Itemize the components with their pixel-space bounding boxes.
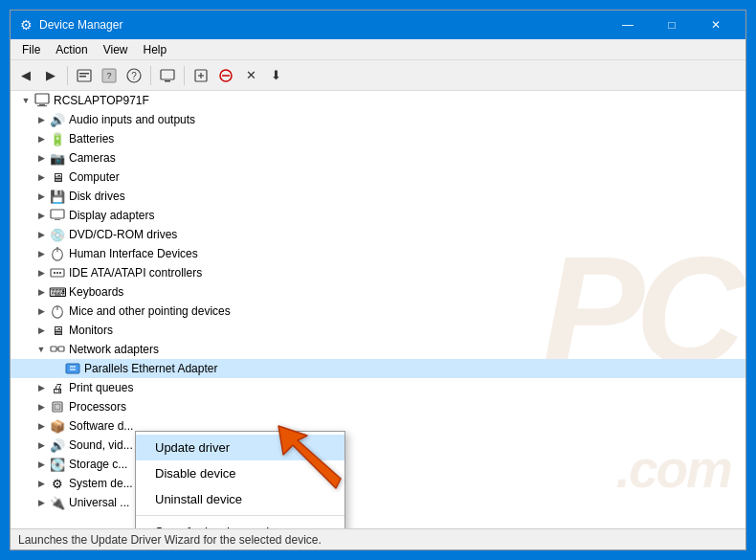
svg-rect-17 [51,210,64,218]
parallels-icon [64,360,81,377]
ctx-sep-1 [136,515,345,516]
hid-expand: ▶ [33,244,49,263]
computer-expand: ▶ [33,168,49,187]
batteries-icon: 🔋 [49,130,66,147]
menu-help[interactable]: Help [136,41,175,58]
forward-button[interactable]: ▶ [39,64,62,87]
svg-text:?: ? [131,71,137,81]
svg-rect-2 [79,76,86,78]
network-label: Network adapters [69,343,159,356]
tree-item-dvd[interactable]: ▶ 💿 DVD/CD-ROM drives [11,225,745,244]
tree-item-mice[interactable]: ▶ Mice and other pointing devices [11,302,745,321]
ctx-scan-hardware[interactable]: Scan for hardware changes [136,519,345,528]
svg-rect-1 [79,73,89,75]
display-icon [49,207,66,224]
uninstall-button[interactable]: ✕ [239,64,262,87]
toolbar-sep-1 [67,66,68,85]
software-icon: 📦 [49,417,66,435]
monitors-label: Monitors [69,324,113,337]
ide-expand: ▶ [33,263,49,282]
help-button[interactable]: ? [122,64,145,87]
root-label: RCSLAPTOP971F [54,94,149,107]
network-expand: ▼ [33,340,49,359]
monitors-icon: 🖥 [49,322,66,339]
mice-icon [49,302,66,320]
ctx-update-driver[interactable]: Update driver [136,435,345,460]
content-area: PC .com ▼ RCSLAPTOP971F ▶ 🔊 Audio inputs… [11,91,745,528]
window-controls: — □ ✕ [606,11,738,39]
tree-item-print[interactable]: ▶ 🖨 Print queues [11,378,745,397]
tree-item-batteries[interactable]: ▶ 🔋 Batteries [11,129,745,148]
system-label: System de... [69,477,133,490]
display-label: Display adapters [69,209,154,222]
download-button[interactable]: ⬇ [264,64,287,87]
tree-item-system[interactable]: ▶ ⚙ System de... [11,474,745,493]
root-expand-icon: ▼ [18,91,33,110]
svg-rect-29 [58,347,64,351]
window-title: Device Manager [39,18,606,32]
svg-text:?: ? [106,71,111,80]
device-manager-window: ⚙ Device Manager — □ ✕ File Action View … [10,10,746,550]
tree-item-processors[interactable]: ▶ Processors [11,397,745,416]
ctx-disable-device[interactable]: Disable device [136,460,345,486]
audio-icon: 🔊 [49,111,66,128]
tree-item-storage[interactable]: ▶ 💽 Storage c... [11,455,745,474]
tree-root[interactable]: ▼ RCSLAPTOP971F [11,91,745,110]
app-icon: ⚙ [18,17,33,33]
dvd-label: DVD/CD-ROM drives [69,228,177,241]
monitors-expand: ▶ [33,321,49,340]
sound-label: Sound, vid... [69,438,133,452]
tree-item-cameras[interactable]: ▶ 📷 Cameras [11,148,745,168]
software-label: Software d... [69,419,133,433]
tree-item-computer[interactable]: ▶ 🖥 Computer [11,168,745,187]
cameras-label: Cameras [69,151,116,165]
tree-item-ide[interactable]: ▶ IDE ATA/ATAPI controllers [11,263,745,282]
show-properties-button[interactable] [73,64,96,87]
root-computer-icon [33,92,51,109]
display-settings-button[interactable] [156,64,179,87]
tree-item-sound[interactable]: ▶ 🔊 Sound, vid... [11,436,745,455]
mice-label: Mice and other pointing devices [69,304,231,318]
svg-rect-25 [59,272,61,274]
audio-expand: ▶ [33,110,49,129]
toolbar-sep-3 [184,66,185,85]
toolbar-sep-2 [150,66,151,85]
tree-item-disk[interactable]: ▶ 💾 Disk drives [11,187,745,206]
universal-icon: 🔌 [49,494,66,511]
tree-item-keyboards[interactable]: ▶ ⌨ Keyboards [11,282,745,302]
disable-button[interactable] [214,64,237,87]
scan-hardware-button[interactable] [189,64,212,87]
svg-rect-23 [54,272,56,274]
storage-label: Storage c... [69,458,127,471]
back-button[interactable]: ◀ [14,64,37,87]
context-menu: Update driver Disable device Uninstall d… [135,431,345,528]
maximize-button[interactable]: □ [650,11,694,39]
tree-item-monitors[interactable]: ▶ 🖥 Monitors [11,321,745,340]
software-expand: ▶ [33,416,49,436]
tree-item-audio[interactable]: ▶ 🔊 Audio inputs and outputs [11,110,745,129]
parallels-expand [49,359,64,378]
svg-rect-16 [37,105,47,106]
minimize-button[interactable]: — [606,11,650,39]
mice-expand: ▶ [33,302,49,321]
menu-action[interactable]: Action [48,41,95,58]
update-driver-button[interactable]: ? [98,64,121,87]
hid-label: Human Interface Devices [69,247,198,260]
cameras-icon: 📷 [49,149,66,167]
tree-item-display[interactable]: ▶ Display adapters [11,206,745,225]
tree-item-parallels[interactable]: Parallels Ethernet Adapter [11,359,745,378]
menu-file[interactable]: File [14,41,48,58]
close-button[interactable]: ✕ [694,11,738,39]
svg-rect-24 [56,272,58,274]
menu-view[interactable]: View [96,41,136,58]
keyboards-label: Keyboards [69,285,123,299]
device-tree[interactable]: PC .com ▼ RCSLAPTOP971F ▶ 🔊 Audio inputs… [11,91,745,528]
system-icon: ⚙ [49,475,66,492]
print-label: Print queues [69,381,133,394]
tree-item-software[interactable]: ▶ 📦 Software d... [11,416,745,436]
ctx-uninstall-device[interactable]: Uninstall device [136,486,345,512]
print-expand: ▶ [33,378,49,397]
tree-item-network[interactable]: ▼ Network adapters [11,340,745,359]
tree-item-universal[interactable]: ▶ 🔌 Universal ... [11,493,745,512]
tree-item-hid[interactable]: ▶ Human Interface Devices [11,244,745,263]
